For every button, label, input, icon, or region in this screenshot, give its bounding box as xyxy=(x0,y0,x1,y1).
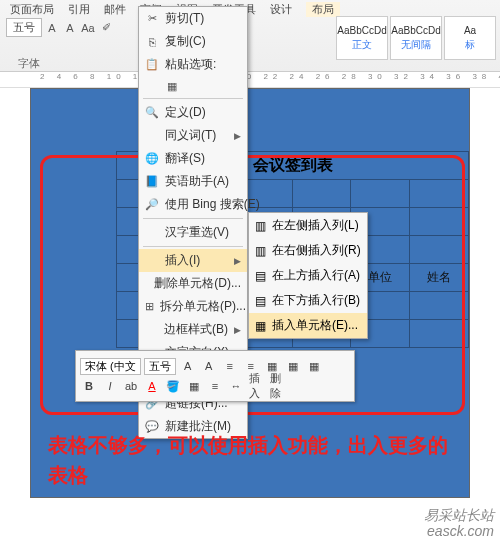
tab[interactable]: 页面布局 xyxy=(10,2,54,17)
submenu-insert-below[interactable]: ▤在下方插入行(B) xyxy=(249,288,367,313)
table-style-icon[interactable]: ▦ xyxy=(305,357,323,375)
menu-paste-options[interactable]: 📋粘贴选项: xyxy=(139,53,247,76)
grow-font-icon[interactable]: A xyxy=(179,357,197,375)
menu-synonym[interactable]: 同义词(T)▶ xyxy=(139,124,247,147)
chevron-right-icon: ▶ xyxy=(234,131,241,141)
tab[interactable]: 设计 xyxy=(270,2,292,17)
paste-icon: 📋 xyxy=(145,58,159,72)
mini-font[interactable]: 宋体 (中文 xyxy=(80,358,141,375)
mini-size[interactable]: 五号 xyxy=(144,358,176,375)
menu-split-cell[interactable]: ⊞拆分单元格(P)... xyxy=(139,295,247,318)
bullets-icon[interactable]: ≡ xyxy=(221,357,239,375)
tab[interactable]: 引用 xyxy=(68,2,90,17)
clear-format-icon[interactable]: ✐ xyxy=(98,20,114,36)
insert-row-above-icon: ▤ xyxy=(255,269,266,283)
shrink-font-icon[interactable]: A xyxy=(200,357,218,375)
menu-hanzi[interactable]: 汉字重选(V) xyxy=(139,221,247,244)
menu-english[interactable]: 📘英语助手(A) xyxy=(139,170,247,193)
menu-bing[interactable]: 🔎使用 Bing 搜索(E) xyxy=(139,193,247,216)
mini-toolbar: 宋体 (中文 五号 AA ≡≡ ▦▦▦ BI abA 🪣▦ ≡↔ 插入 删除 xyxy=(75,350,355,402)
mini-insert[interactable]: 插入 xyxy=(248,377,266,395)
search-icon: 🔎 xyxy=(145,198,159,212)
menu-translate[interactable]: 🌐翻译(S) xyxy=(139,147,247,170)
book-icon: 📘 xyxy=(145,175,159,189)
chevron-right-icon: ▶ xyxy=(234,256,241,266)
cut-icon: ✂ xyxy=(145,12,159,26)
menu-delete-cell[interactable]: 删除单元格(D)... xyxy=(139,272,247,295)
table-style-icon[interactable]: ▦ xyxy=(284,357,302,375)
translate-icon: 🌐 xyxy=(145,152,159,166)
italic-icon[interactable]: I xyxy=(101,377,119,395)
menu-border[interactable]: 边框样式(B)▶ xyxy=(139,318,247,341)
copy-icon: ⎘ xyxy=(145,35,159,49)
font-color-icon[interactable]: A xyxy=(143,377,161,395)
menu-define[interactable]: 🔍定义(D) xyxy=(139,101,247,124)
menu-copy[interactable]: ⎘复制(C) xyxy=(139,30,247,53)
grow-font-icon[interactable]: A xyxy=(44,20,60,36)
insert-submenu: ▥在左侧插入列(L) ▥在右侧插入列(R) ▤在上方插入行(A) ▤在下方插入行… xyxy=(248,212,368,339)
define-icon: 🔍 xyxy=(145,106,159,120)
menu-insert[interactable]: 插入(I)▶ xyxy=(139,249,247,272)
annotation-text: 表格不够多，可以使用插入功能，出入更多的表格 xyxy=(48,430,448,490)
chevron-right-icon: ▶ xyxy=(234,325,241,335)
fill-icon[interactable]: 🪣 xyxy=(164,377,182,395)
submenu-insert-above[interactable]: ▤在上方插入行(A) xyxy=(249,263,367,288)
styles-gallery[interactable]: AaBbCcDd正文 AaBbCcDd无间隔 Aa标 xyxy=(336,16,496,60)
paste-option-icons[interactable]: ▦ xyxy=(139,76,247,96)
autofit-icon[interactable]: ↔ xyxy=(227,377,245,395)
ruler: 2 4 6 8 10 12 14 16 18 20 22 24 26 28 30… xyxy=(0,72,500,88)
tab-active[interactable]: 布局 xyxy=(306,2,340,17)
insert-row-below-icon: ▤ xyxy=(255,294,266,308)
shrink-font-icon[interactable]: A xyxy=(62,20,78,36)
border-icon[interactable]: ▦ xyxy=(185,377,203,395)
submenu-insert-left[interactable]: ▥在左侧插入列(L) xyxy=(249,213,367,238)
align-icon[interactable]: ≡ xyxy=(206,377,224,395)
ribbon: 页面布局 引用 邮件 审阅 视图 开发工具 设计 布局 五号 A A Aa ✐ … xyxy=(0,0,500,72)
paste-keep-icon[interactable]: ▦ xyxy=(165,79,179,93)
split-icon: ⊞ xyxy=(145,300,154,314)
bold-icon[interactable]: B xyxy=(80,377,98,395)
style-nospace[interactable]: AaBbCcDd无间隔 xyxy=(390,16,442,60)
style-normal[interactable]: AaBbCcDd正文 xyxy=(336,16,388,60)
insert-col-left-icon: ▥ xyxy=(255,219,266,233)
mini-delete[interactable]: 删除 xyxy=(269,377,287,395)
highlight-icon[interactable]: ab xyxy=(122,377,140,395)
submenu-insert-cell[interactable]: ▦插入单元格(E)... xyxy=(249,313,367,338)
menu-cut[interactable]: ✂剪切(T) xyxy=(139,7,247,30)
insert-cell-icon: ▦ xyxy=(255,319,266,333)
style-heading[interactable]: Aa标 xyxy=(444,16,496,60)
watermark: 易采站长站easck.com xyxy=(424,508,494,539)
insert-col-right-icon: ▥ xyxy=(255,244,266,258)
fontsize-select[interactable]: 五号 xyxy=(6,18,42,37)
font-group-label: 字体 xyxy=(18,56,40,71)
change-case-icon[interactable]: Aa xyxy=(80,20,96,36)
submenu-insert-right[interactable]: ▥在右侧插入列(R) xyxy=(249,238,367,263)
tab[interactable]: 邮件 xyxy=(104,2,126,17)
